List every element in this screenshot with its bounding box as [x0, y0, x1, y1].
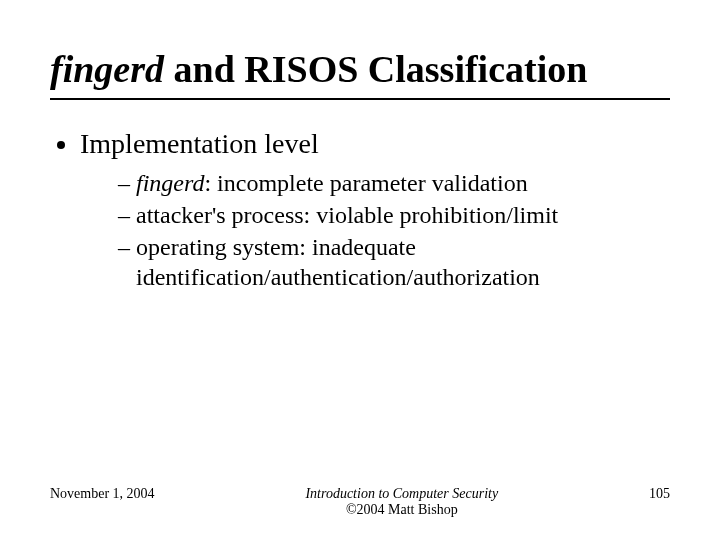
- footer-copyright: ©2004 Matt Bishop: [346, 502, 458, 517]
- bullet-item-1: Implementation level fingerd: incomplete…: [80, 128, 670, 292]
- sub-bullet-1-rest: : incomplete parameter validation: [204, 170, 527, 196]
- sub-bullet-3: operating system: inadequate identificat…: [118, 232, 670, 292]
- footer-title: Introduction to Computer Security: [155, 486, 649, 502]
- title-italic: fingerd: [50, 48, 164, 90]
- sub-bullet-list: fingerd: incomplete parameter validation…: [118, 168, 670, 292]
- slide-title: fingerd and RISOS Classification: [50, 48, 670, 92]
- footer-center: Introduction to Computer Security ©2004 …: [155, 486, 649, 518]
- bullet-list: Implementation level fingerd: incomplete…: [80, 128, 670, 292]
- slide: fingerd and RISOS Classification Impleme…: [0, 0, 720, 540]
- title-underline: [50, 98, 670, 100]
- sub-bullet-1-italic: fingerd: [136, 170, 204, 196]
- sub-bullet-2-text: attacker's process: violable prohibition…: [136, 202, 558, 228]
- bullet-item-1-text: Implementation level: [80, 128, 319, 159]
- sub-bullet-1: fingerd: incomplete parameter validation: [118, 168, 670, 198]
- title-rest: and RISOS Classification: [164, 48, 587, 90]
- footer-date: November 1, 2004: [50, 486, 155, 502]
- sub-bullet-3-text: operating system: inadequate identificat…: [136, 234, 540, 290]
- slide-footer: November 1, 2004 Introduction to Compute…: [0, 486, 720, 518]
- footer-page-number: 105: [649, 486, 670, 502]
- sub-bullet-2: attacker's process: violable prohibition…: [118, 200, 670, 230]
